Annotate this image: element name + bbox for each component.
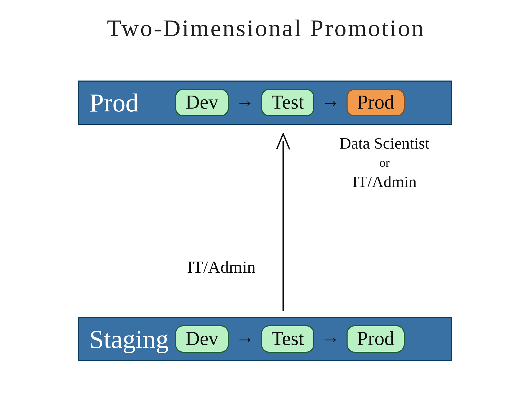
role-line1: Data Scientist [340, 134, 429, 152]
role-line3: IT/Admin [352, 173, 417, 190]
stage-pill-dev: Dev [175, 89, 229, 116]
stage-pill-dev: Dev [175, 325, 229, 353]
vertical-arrow-label: IT/Admin [187, 257, 256, 277]
arrow-right-icon: → [236, 328, 254, 350]
stage-pill-test: Test [261, 89, 315, 116]
env-bar-prod: Prod Dev → Test → Prod [78, 81, 452, 125]
env-pills-staging: Dev → Test → Prod [175, 325, 405, 353]
stage-pill-test: Test [261, 325, 315, 353]
role-line2: or [312, 154, 457, 171]
stage-pill-prod: Prod [347, 325, 405, 353]
env-pills-prod: Dev → Test → Prod [175, 89, 405, 116]
diagram-canvas: Two-Dimensional Promotion Prod Dev → Tes… [0, 0, 532, 399]
arrow-right-icon: → [321, 92, 340, 114]
arrow-right-icon: → [236, 92, 254, 114]
vertical-arrow-icon [275, 131, 291, 310]
env-label-prod: Prod [89, 88, 175, 118]
stage-pill-prod: Prod [347, 89, 405, 116]
diagram-title: Two-Dimensional Promotion [0, 14, 532, 42]
env-label-staging: Staging [89, 324, 175, 354]
horizontal-role-label: Data Scientist or IT/Admin [312, 132, 457, 193]
env-bar-staging: Staging Dev → Test → Prod [78, 317, 452, 361]
arrow-right-icon: → [321, 328, 340, 350]
